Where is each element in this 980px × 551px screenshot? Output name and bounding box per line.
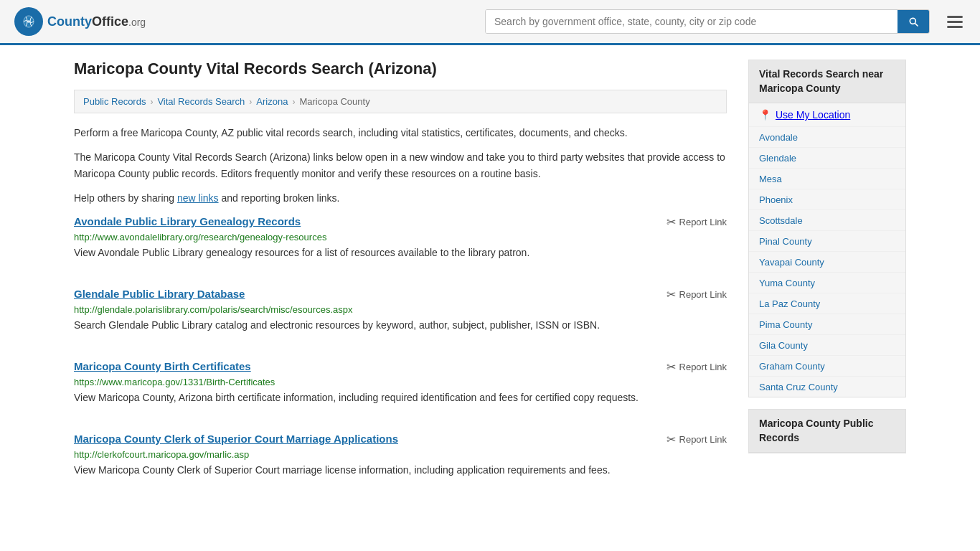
sidebar-nearby-link-item[interactable]: Scottsdale [749, 210, 905, 231]
sidebar-nearby-link-item[interactable]: Glendale [749, 148, 905, 169]
sidebar-nearby-link-item[interactable]: Avondale [749, 127, 905, 148]
sidebar-nearby-link[interactable]: La Paz County [759, 298, 820, 309]
record-url: http://clerkofcourt.maricopa.gov/marlic.… [74, 449, 727, 460]
breadcrumb-current: Maricopa County [299, 96, 369, 107]
sidebar-nearby-link-item[interactable]: Phoenix [749, 189, 905, 210]
record-title-link[interactable]: Avondale Public Library Genealogy Record… [74, 215, 301, 227]
record-title-row: Maricopa County Birth Certificates ✂ Rep… [74, 360, 727, 374]
scissors-icon: ✂ [666, 360, 676, 374]
logo-icon [14, 7, 43, 36]
sidebar-nearby-link[interactable]: Gila County [759, 340, 808, 351]
page-title: Maricopa County Vital Records Search (Ar… [74, 60, 727, 78]
record-title-link[interactable]: Maricopa County Birth Certificates [74, 360, 251, 372]
menu-line [947, 16, 963, 18]
sidebar-nearby-link-item[interactable]: Yuma County [749, 273, 905, 293]
use-my-location-link[interactable]: Use My Location [776, 109, 850, 121]
sidebar-nearby-link-item[interactable]: Gila County [749, 335, 905, 356]
record-title-row: Avondale Public Library Genealogy Record… [74, 215, 727, 229]
breadcrumb-sep: › [150, 97, 153, 107]
sidebar-public-records-header: Maricopa County Public Records [749, 410, 905, 453]
sidebar-nearby-link-item[interactable]: Mesa [749, 169, 905, 189]
search-input[interactable] [486, 10, 897, 33]
sidebar-nearby-link-item[interactable]: La Paz County [749, 293, 905, 314]
sidebar-nearby-header: Vital Records Search near Maricopa Count… [749, 60, 905, 103]
breadcrumb-arizona[interactable]: Arizona [256, 96, 288, 107]
records-list: Avondale Public Library Genealogy Record… [74, 215, 727, 485]
sidebar-nearby-link-item[interactable]: Santa Cruz County [749, 377, 905, 397]
search-area [485, 9, 930, 34]
desc-para3: Help others by sharing new links and rep… [74, 190, 727, 206]
record-url: http://glendale.polarislibrary.com/polar… [74, 304, 727, 315]
public-records-section: Maricopa County Public Records [748, 409, 906, 453]
menu-button[interactable] [944, 13, 966, 31]
record-url: http://www.avondalelibrary.org/research/… [74, 232, 727, 242]
record-title-link[interactable]: Maricopa County Clerk of Superior Court … [74, 433, 398, 445]
new-links-link[interactable]: new links [177, 192, 219, 204]
breadcrumb-sep: › [249, 97, 252, 107]
sidebar-nearby-link[interactable]: Yuma County [759, 278, 815, 288]
svg-point-1 [27, 20, 30, 23]
sidebar-nearby-links: AvondaleGlendaleMesaPhoenixScottsdalePin… [749, 127, 905, 397]
record-item: Maricopa County Birth Certificates ✂ Rep… [74, 360, 727, 413]
main-container: Maricopa County Vital Records Search (Ar… [60, 45, 920, 519]
breadcrumb-vital-records[interactable]: Vital Records Search [157, 96, 245, 107]
sidebar-nearby-link[interactable]: Avondale [759, 132, 798, 143]
report-link-label: Report Link [679, 434, 727, 445]
report-link-label: Report Link [679, 217, 727, 227]
breadcrumb-sep: › [292, 97, 295, 107]
sidebar-nearby-link[interactable]: Graham County [759, 361, 825, 372]
sidebar-nearby-link[interactable]: Yavapai County [759, 257, 824, 268]
sidebar-nearby-link-item[interactable]: Yavapai County [749, 252, 905, 273]
breadcrumb: Public Records › Vital Records Search › … [74, 90, 727, 113]
sidebar-nearby-link[interactable]: Phoenix [759, 194, 793, 205]
sidebar-nearby-link-item[interactable]: Pinal County [749, 231, 905, 252]
menu-line [947, 21, 963, 23]
record-desc: View Maricopa County Clerk of Superior C… [74, 463, 727, 478]
sidebar-nearby-link[interactable]: Santa Cruz County [759, 382, 838, 392]
record-url: https://www.maricopa.gov/1331/Birth-Cert… [74, 377, 727, 387]
record-desc: Search Glendale Public Library catalog a… [74, 318, 727, 333]
record-desc: View Maricopa County, Arizona birth cert… [74, 390, 727, 405]
header: CountyOffice.org [0, 0, 980, 45]
content-area: Maricopa County Vital Records Search (Ar… [74, 60, 727, 505]
scissors-icon: ✂ [666, 215, 676, 229]
report-link-button[interactable]: ✂ Report Link [666, 360, 727, 374]
location-pin-icon: 📍 [759, 109, 771, 121]
report-link-button[interactable]: ✂ Report Link [666, 288, 727, 301]
report-link-button[interactable]: ✂ Report Link [666, 215, 727, 229]
sidebar-nearby-link[interactable]: Glendale [759, 153, 796, 164]
report-link-button[interactable]: ✂ Report Link [666, 433, 727, 446]
use-my-location-item[interactable]: 📍 Use My Location [749, 103, 905, 127]
record-desc: View Avondale Public Library genealogy r… [74, 245, 727, 260]
report-link-label: Report Link [679, 362, 727, 372]
record-item: Maricopa County Clerk of Superior Court … [74, 433, 727, 485]
desc-para2: The Maricopa County Vital Records Search… [74, 149, 727, 182]
menu-line [947, 26, 963, 28]
search-button[interactable] [897, 10, 929, 33]
desc-para1: Perform a free Maricopa County, AZ publi… [74, 125, 727, 141]
scissors-icon: ✂ [666, 433, 676, 446]
sidebar-nearby-link-item[interactable]: Graham County [749, 356, 905, 377]
sidebar-nearby-link-item[interactable]: Pima County [749, 314, 905, 335]
sidebar-nearby-link[interactable]: Pima County [759, 319, 812, 330]
sidebar: Vital Records Search near Maricopa Count… [748, 60, 906, 505]
logo-area: CountyOffice.org [14, 7, 146, 36]
record-title-link[interactable]: Glendale Public Library Database [74, 288, 245, 300]
breadcrumb-public-records[interactable]: Public Records [83, 96, 146, 107]
scissors-icon: ✂ [666, 288, 676, 301]
sidebar-nearby-link[interactable]: Scottsdale [759, 215, 803, 226]
record-item: Avondale Public Library Genealogy Record… [74, 215, 727, 268]
nearby-section: Vital Records Search near Maricopa Count… [748, 60, 906, 397]
sidebar-nearby-link[interactable]: Pinal County [759, 236, 812, 247]
logo-text: CountyOffice.org [47, 14, 146, 29]
sidebar-nearby-link[interactable]: Mesa [759, 174, 782, 184]
record-title-row: Glendale Public Library Database ✂ Repor… [74, 288, 727, 301]
record-item: Glendale Public Library Database ✂ Repor… [74, 288, 727, 340]
report-link-label: Report Link [679, 289, 727, 300]
record-title-row: Maricopa County Clerk of Superior Court … [74, 433, 727, 446]
